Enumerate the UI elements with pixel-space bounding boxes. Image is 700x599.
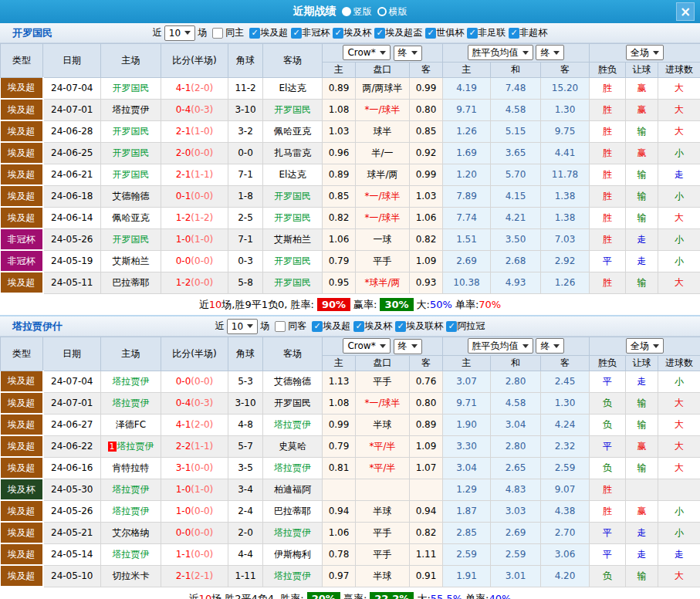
result-handicap: 走 xyxy=(626,371,658,392)
league-checkbox[interactable] xyxy=(509,28,519,39)
halftime-score: (0-0) xyxy=(191,277,213,288)
league-checkbox[interactable] xyxy=(425,28,436,39)
scope-select-1[interactable]: 全场 xyxy=(626,45,664,60)
games-count-select-2[interactable]: 10 xyxy=(227,319,258,334)
league-checkbox[interactable] xyxy=(353,321,364,332)
avg-odds-away: 2.59 xyxy=(541,457,590,479)
match-row: 埃及超24-05-14塔拉贾伊1-1(0-0)4-4伊斯梅利0.78平手1.11… xyxy=(1,543,700,565)
league-checkbox[interactable] xyxy=(467,28,478,39)
odds-company-select-2[interactable]: Crow* xyxy=(343,338,390,354)
result-handicap: 赢 xyxy=(626,435,658,457)
layout-radio-horizontal[interactable]: 横版 xyxy=(377,5,407,19)
result-handicap: 赢 xyxy=(626,77,658,99)
avg-time-value: 终 xyxy=(540,340,550,353)
home-team: 艾斯柏兰 xyxy=(101,250,161,272)
home-team-name: 开罗国民 xyxy=(113,169,150,180)
avg-odds-home: 10.38 xyxy=(443,272,491,293)
match-date: 24-05-26 xyxy=(43,500,101,522)
win-rate-badge: 20% xyxy=(307,592,340,599)
result-goals: 小 xyxy=(658,228,700,250)
league-checkbox[interactable] xyxy=(395,321,406,332)
scope-select-2[interactable]: 全场 xyxy=(626,338,664,354)
chevron-down-icon xyxy=(653,344,659,348)
match-row: 埃及杯24-05-30塔拉贾伊1-0(1-0)3-4柏迪福阿1.294.839.… xyxy=(1,479,700,500)
avg-odds-home: 1.26 xyxy=(443,120,491,142)
away-team-name: 开罗国民 xyxy=(274,277,311,288)
result-handicap: 走 xyxy=(626,522,658,543)
match-score: 4-1(2-0) xyxy=(161,77,228,99)
league-checkbox[interactable] xyxy=(312,321,323,332)
avg-odds-home: 2.69 xyxy=(443,250,491,272)
odds-company-select-1[interactable]: Crow* xyxy=(343,45,390,60)
league-checkbox[interactable] xyxy=(333,28,343,39)
big-rate-value: 55.5% xyxy=(431,593,462,599)
handicap-odds-home: 0.89 xyxy=(323,77,356,99)
result-handicap: 输 xyxy=(626,207,658,228)
handicap-odds-away: 0.94 xyxy=(410,500,443,522)
col-date: 日期 xyxy=(43,337,101,371)
close-button[interactable]: × xyxy=(676,2,695,21)
handicap-odds-away: 1.07 xyxy=(410,457,443,479)
result-wdl: 负 xyxy=(590,457,626,479)
league-label: 世俱杯 xyxy=(436,26,464,39)
match-date: 24-06-18 xyxy=(43,185,101,207)
league-checkbox[interactable] xyxy=(249,28,260,39)
match-date: 24-05-21 xyxy=(43,522,101,543)
col-away: 客场 xyxy=(263,44,323,78)
avg-time-select-1[interactable]: 终 xyxy=(536,45,564,60)
result-goals: 大 xyxy=(658,414,700,435)
away-team: 塔拉贾伊 xyxy=(263,414,323,435)
match-date: 24-05-26 xyxy=(43,228,101,250)
layout-radio-vertical[interactable]: 竖版 xyxy=(342,5,372,19)
handicap-odds-away: 0.85 xyxy=(410,120,443,142)
away-team: 塔拉贾伊 xyxy=(263,565,323,587)
same-home-checkbox[interactable] xyxy=(212,28,223,39)
same-away-label: 同客 xyxy=(288,320,306,333)
radio-selected-icon[interactable] xyxy=(342,7,351,16)
handicap-line: *一/球半 xyxy=(356,207,410,228)
same-away-checkbox[interactable] xyxy=(275,321,286,332)
team-section-header-1: 开罗国民 近 10 场 同主 埃及超非冠杯埃及杯埃及超盃世俱杯非足联非超杯 xyxy=(0,23,700,43)
away-team: 开罗国民 xyxy=(263,392,323,414)
league-checkbox[interactable] xyxy=(374,28,385,39)
match-score: 1-2(1-2) xyxy=(161,207,228,228)
competition-badge: 埃及超 xyxy=(1,164,43,185)
col-date: 日期 xyxy=(43,44,101,78)
avg-odds-draw: 4.58 xyxy=(491,392,541,414)
rank-badge: 1 xyxy=(108,442,117,452)
avg-select-1[interactable]: 胜平负均值 xyxy=(468,45,533,60)
league-checkbox[interactable] xyxy=(446,321,457,332)
scope-group-header: 全场 xyxy=(590,44,700,63)
handicap-odds-home: 1.08 xyxy=(323,392,356,414)
result-goals: 小 xyxy=(658,185,700,207)
match-row: 埃及超24-06-25开罗国民2-0(0-0)0-0扎马雷克0.96半/一0.9… xyxy=(1,142,700,164)
radio-unselected-icon[interactable] xyxy=(377,7,387,16)
home-team: 开罗国民 xyxy=(101,164,161,185)
home-team-name: 佩哈亚克 xyxy=(113,212,150,223)
odds-time-select-1[interactable]: 终 xyxy=(394,46,422,61)
handicap-odds-home: 0.96 xyxy=(323,142,356,164)
col-avg-away: 客 xyxy=(541,62,590,77)
odds-time-select-2[interactable]: 终 xyxy=(394,339,422,354)
away-team-name: 艾斯柏兰 xyxy=(274,234,311,245)
result-goals: 大 xyxy=(658,565,700,587)
chevron-down-icon xyxy=(411,51,418,55)
league-checkbox[interactable] xyxy=(291,28,302,39)
scope-select-value: 全场 xyxy=(631,46,649,59)
result-goals xyxy=(658,479,700,500)
competition-badge: 非冠杯 xyxy=(1,228,43,250)
result-wdl: 负 xyxy=(590,392,626,414)
games-count-value: 10 xyxy=(169,28,181,39)
away-team-name: 开罗国民 xyxy=(274,256,311,266)
result-wdl: 胜 xyxy=(590,120,626,142)
corner-count: 2-4 xyxy=(228,500,263,522)
record-summary-2: 近10场,胜2平4负4, 胜率: 20% 赢率: 22.2% 大:55.5% 单… xyxy=(0,587,700,599)
games-suffix-label: 场 xyxy=(260,320,269,333)
big-rate-label: 大: xyxy=(417,592,430,599)
games-count-select-1[interactable]: 10 xyxy=(164,25,195,41)
avg-time-select-2[interactable]: 终 xyxy=(536,338,564,354)
corner-count: 5-7 xyxy=(228,435,263,457)
avg-odds-draw: 2.68 xyxy=(491,250,541,272)
dialog-title: 近期战绩 xyxy=(293,5,336,19)
avg-select-2[interactable]: 胜平负均值 xyxy=(468,338,533,354)
